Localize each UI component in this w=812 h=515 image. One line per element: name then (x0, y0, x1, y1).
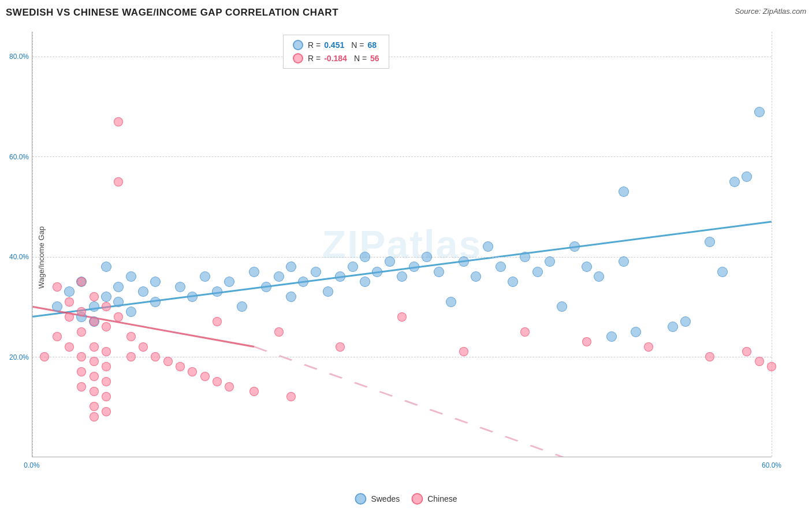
legend-blue-r-value: 0.451 (324, 40, 344, 50)
y-label-60: 60.0% (9, 153, 29, 161)
bottom-legend-chinese: Chinese (411, 493, 457, 505)
dot (237, 301, 247, 312)
dot (77, 307, 86, 316)
legend-swatch-blue (293, 40, 303, 50)
dot (249, 387, 259, 396)
dot (176, 362, 185, 371)
dot (582, 337, 591, 346)
dot (680, 316, 691, 327)
dot (569, 241, 580, 252)
y-label-40: 40.0% (9, 253, 29, 261)
chart-area: ZIPatlas (32, 32, 772, 457)
dot (532, 267, 543, 277)
dot (249, 267, 259, 277)
dot (188, 367, 197, 376)
dot (335, 271, 345, 282)
dot (274, 271, 284, 282)
dot (90, 292, 99, 301)
bottom-legend-label-chinese: Chinese (427, 494, 457, 503)
x-label-60: 60.0% (762, 461, 781, 469)
legend-blue-r-label: R = (308, 40, 321, 50)
dot (65, 342, 74, 352)
dot (754, 107, 765, 117)
svg-line-1 (32, 307, 254, 346)
dot (483, 241, 493, 252)
dot (459, 256, 469, 267)
dot (77, 367, 86, 376)
dot (113, 297, 124, 307)
source-text: Source: ZipAtlas.com (735, 7, 806, 16)
dot (151, 352, 160, 361)
legend-pink-r-value: -0.184 (324, 54, 347, 63)
dot (742, 171, 752, 182)
dot (619, 256, 629, 267)
y-label-80: 80.0% (9, 53, 29, 61)
dot (717, 267, 728, 277)
dot (126, 352, 136, 361)
dot (138, 286, 148, 297)
bottom-legend-swedes: Swedes (355, 493, 400, 505)
dot (594, 271, 604, 282)
dot (311, 267, 321, 277)
dot (77, 327, 86, 337)
dot (114, 117, 123, 126)
dot (212, 286, 222, 297)
grid-line-h-20 (32, 357, 772, 357)
dot (90, 387, 99, 396)
dot (729, 177, 740, 187)
dot (742, 347, 751, 356)
dot (286, 292, 296, 302)
grid-line-h-40 (32, 257, 772, 258)
dot (557, 301, 567, 312)
dot (261, 282, 271, 292)
x-label-0: 0.0% (24, 461, 39, 469)
y-label-20: 20.0% (9, 353, 29, 361)
dot (90, 372, 99, 381)
dot (64, 286, 75, 297)
dot (471, 271, 481, 282)
dot (126, 271, 136, 282)
dot (77, 352, 86, 361)
dot (397, 271, 407, 282)
dot (53, 282, 62, 292)
dot (77, 277, 86, 286)
watermark: ZIPatlas (322, 222, 482, 267)
dot (114, 177, 123, 186)
dot (90, 402, 99, 411)
dot (65, 297, 74, 307)
dot (372, 267, 382, 277)
dot (101, 262, 111, 272)
legend-row-pink: R = -0.184 N = 56 (293, 53, 379, 64)
dot (397, 312, 407, 322)
dot (348, 262, 358, 272)
dot (187, 292, 198, 302)
dot (102, 407, 111, 416)
dot (89, 301, 99, 312)
dot (520, 327, 530, 337)
dot (102, 362, 111, 371)
grid-line-h-80 (32, 57, 772, 57)
dot (52, 301, 62, 312)
dot (274, 327, 284, 337)
dot (705, 237, 715, 247)
bottom-legend-label-swedes: Swedes (371, 494, 400, 503)
dot (101, 292, 111, 302)
dot (90, 412, 99, 421)
dot (755, 357, 764, 366)
dot (582, 262, 592, 272)
dot (77, 382, 86, 391)
dot (213, 377, 222, 386)
dot (409, 262, 419, 272)
dot (40, 352, 49, 361)
dot (102, 392, 111, 401)
bottom-legend-swatch-swedes (355, 493, 366, 505)
bottom-legend-swatch-chinese (411, 493, 423, 505)
bottom-legend: Swedes Chinese (355, 493, 457, 505)
chart-lines (32, 32, 772, 457)
dot (150, 277, 161, 287)
dot (668, 322, 678, 332)
dot (606, 331, 617, 342)
dot (434, 267, 444, 277)
dot (298, 277, 308, 287)
grid-line-v-0 (32, 32, 33, 457)
